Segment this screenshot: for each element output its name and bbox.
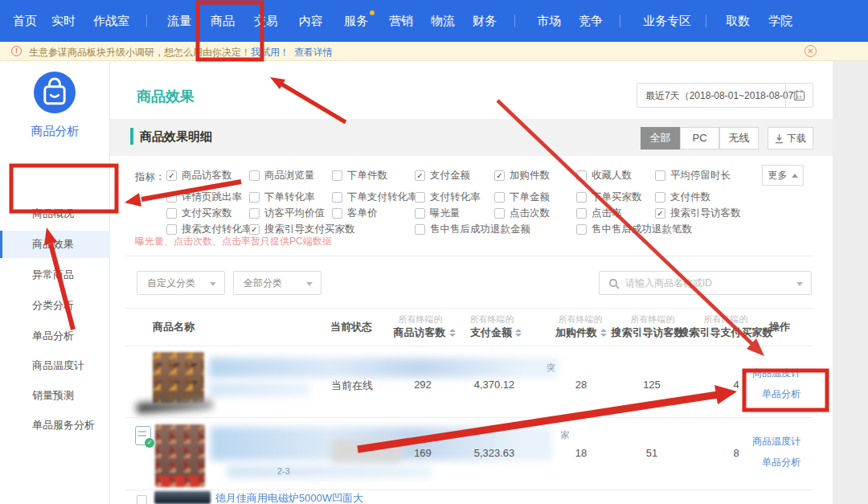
checkbox[interactable]: ✓ <box>576 192 587 203</box>
product-name-link[interactable]: 德月佳商用电磁炉5000W凹面大 <box>215 491 363 504</box>
checkbox[interactable]: ✓ <box>655 192 665 203</box>
metric-item[interactable]: ✓支付金额 <box>415 170 470 182</box>
checkbox[interactable]: ✓ <box>249 224 260 235</box>
metric-item[interactable]: ✓加购件数 <box>494 170 550 182</box>
thermometer-link[interactable]: 商品温度计 <box>752 435 800 449</box>
page-title: 商品效果 <box>137 87 194 106</box>
checkbox[interactable]: ✓ <box>415 192 425 203</box>
nav-compete[interactable]: 竞争 <box>579 14 603 29</box>
notice-detail-link[interactable]: 查看详情 <box>294 46 333 59</box>
checkbox[interactable]: ✓ <box>249 170 260 181</box>
nav-academy[interactable]: 学院 <box>768 14 792 29</box>
checkbox[interactable]: ✓ <box>166 224 177 235</box>
download-button[interactable]: 下载 <box>768 127 813 150</box>
nav-service[interactable]: 服务 <box>344 14 368 29</box>
single-analysis-link[interactable]: 单品分析 <box>762 456 800 469</box>
nav-logistics[interactable]: 物流 <box>431 14 455 29</box>
checkbox[interactable]: ✓ <box>655 208 665 219</box>
notice-close-icon[interactable]: ✕ <box>805 45 817 57</box>
nav-warroom[interactable]: 作战室 <box>93 14 129 29</box>
custom-category-dropdown[interactable]: 自定义分类 <box>137 271 225 295</box>
checkbox[interactable]: ✓ <box>166 208 177 219</box>
date-range-picker[interactable]: 最近7天（2018-08-01~2018-08-07） 15 <box>637 83 813 108</box>
row-checkbox[interactable] <box>137 495 147 504</box>
nav-bizzone[interactable]: 业务专区 <box>643 14 691 29</box>
checkbox[interactable]: ✓ <box>332 170 342 181</box>
checkbox[interactable]: ✓ <box>332 208 342 219</box>
metric-item[interactable]: ✓支付转化率 <box>415 191 481 203</box>
nav-realtime[interactable]: 实时 <box>51 14 76 29</box>
metric-item[interactable]: ✓下单买家数 <box>576 191 642 203</box>
checkbox[interactable]: ✓ <box>415 208 425 219</box>
checkbox[interactable]: ✓ <box>249 192 260 203</box>
checkbox[interactable]: ✓ <box>166 170 177 181</box>
metric-item[interactable]: ✓支付件数 <box>655 191 710 203</box>
nav-getdata[interactable]: 取数 <box>726 14 750 29</box>
metric-item[interactable]: ✓搜索引导访客数 <box>655 207 741 219</box>
checkbox[interactable]: ✓ <box>494 192 505 203</box>
nav-finance[interactable]: 财务 <box>473 14 497 29</box>
checkbox[interactable]: ✓ <box>166 192 177 203</box>
metric-item[interactable]: ✓下单转化率 <box>249 191 315 203</box>
tab-all[interactable]: 全部 <box>641 127 680 150</box>
nav-home[interactable]: 首页 <box>13 14 37 29</box>
nav-traffic[interactable]: 流量 <box>167 14 191 29</box>
metric-item[interactable]: ✓商品浏览量 <box>249 170 315 182</box>
checkbox[interactable]: ✓ <box>332 192 342 203</box>
notice-try-link[interactable]: 我试用！ <box>251 46 289 59</box>
sidebar-item-effect[interactable]: 商品效果 <box>0 231 110 258</box>
notice-info-icon: ! <box>11 46 22 56</box>
checkbox[interactable]: ✓ <box>494 208 505 219</box>
chevron-down-icon <box>796 282 803 286</box>
nav-product[interactable]: 商品 <box>211 14 235 29</box>
checkbox[interactable]: ✓ <box>415 170 425 181</box>
sort-icon[interactable] <box>515 329 522 337</box>
all-category-dropdown[interactable]: 全部分类 <box>233 271 321 295</box>
checkbox[interactable]: ✓ <box>576 208 587 219</box>
nav-content[interactable]: 内容 <box>299 14 323 29</box>
checkbox[interactable]: ✓ <box>655 170 665 181</box>
metric-item[interactable]: ✓支付买家数 <box>166 207 232 219</box>
checkbox[interactable]: ✓ <box>576 170 587 181</box>
metric-item[interactable]: ✓访客平均价值 <box>249 207 325 219</box>
checkbox[interactable]: ✓ <box>249 208 260 219</box>
metric-item[interactable]: ✓搜索引导支付买家数 <box>249 223 355 236</box>
single-analysis-link[interactable]: 单品分析 <box>762 387 800 401</box>
metric-item[interactable]: ✓收藏人数 <box>576 170 632 182</box>
checkbox[interactable]: ✓ <box>494 170 505 181</box>
metric-item[interactable]: ✓售中售后成功退款笔数 <box>576 223 692 236</box>
metric-item[interactable]: ✓商品访客数 <box>166 170 232 182</box>
metric-item[interactable]: ✓下单件数 <box>332 170 387 182</box>
sidebar-item-abnormal[interactable]: 异常商品 <box>0 261 110 289</box>
thermometer-link[interactable]: 商品温度计 <box>752 367 800 380</box>
metric-item[interactable]: ✓搜索支付转化率 <box>166 223 252 236</box>
metric-item[interactable]: ✓下单支付转化率 <box>332 191 418 203</box>
metric-item[interactable]: ✓下单金额 <box>494 191 550 203</box>
sort-icon[interactable] <box>449 329 456 337</box>
more-metrics-button[interactable]: 更多 <box>762 165 804 186</box>
nav-market[interactable]: 市场 <box>537 14 561 29</box>
metric-item[interactable]: ✓点击次数 <box>494 207 550 219</box>
sidebar-item-service[interactable]: 单品服务分析 <box>0 412 110 439</box>
sidebar-item-thermometer[interactable]: 商品温度计 <box>0 352 110 379</box>
sidebar-item-overview[interactable]: 商品概况 <box>0 200 110 227</box>
sidebar-item-category[interactable]: 分类分析 <box>0 292 110 319</box>
metric-item[interactable]: ✓详情页跳出率 <box>166 191 242 203</box>
download-label: 下载 <box>787 132 806 145</box>
tab-wireless[interactable]: 无线 <box>719 127 759 150</box>
checkbox[interactable]: ✓ <box>576 224 587 235</box>
nav-trade[interactable]: 交易 <box>254 14 278 29</box>
nav-marketing[interactable]: 营销 <box>389 14 413 29</box>
search-input[interactable] <box>625 274 786 292</box>
checkbox[interactable]: ✓ <box>415 224 425 235</box>
tab-pc[interactable]: PC <box>680 127 719 150</box>
metric-item[interactable]: ✓客单价 <box>332 207 378 219</box>
metric-item[interactable]: ✓售中售后成功退款金额 <box>415 223 530 236</box>
shopping-bag-icon <box>34 72 76 113</box>
metric-item[interactable]: ✓曝光量 <box>415 207 461 219</box>
metric-item[interactable]: ✓平均停留时长 <box>655 170 731 182</box>
metric-item[interactable]: ✓点击率 <box>576 207 622 219</box>
sidebar-item-forecast[interactable]: 销量预测 <box>0 382 110 409</box>
sidebar-item-single[interactable]: 单品分析 <box>0 322 110 350</box>
calendar-button[interactable]: 15 <box>785 84 813 107</box>
